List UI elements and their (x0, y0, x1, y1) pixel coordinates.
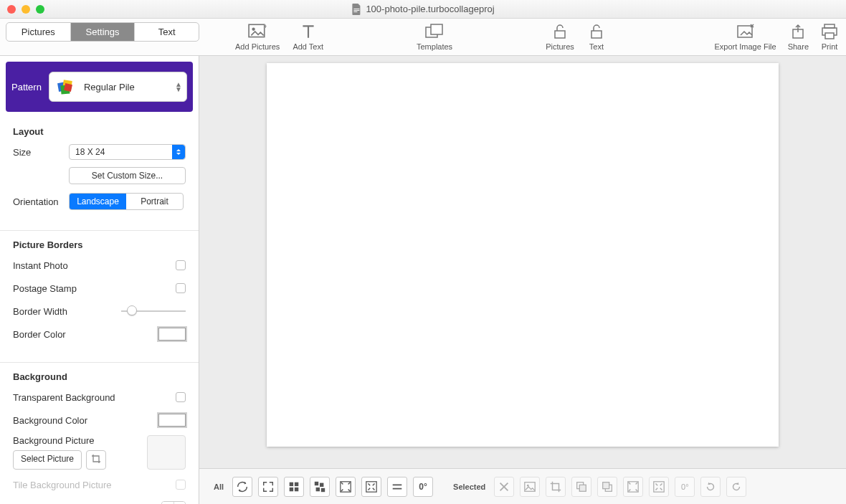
postage-stamp-label: Postage Stamp (13, 283, 176, 294)
minimize-button[interactable] (22, 5, 30, 14)
border-color-swatch[interactable] (158, 328, 186, 341)
export-button[interactable]: Export Image File (714, 24, 776, 51)
tab-pictures[interactable]: Pictures (6, 23, 70, 41)
svg-rect-26 (525, 482, 535, 491)
window-controls (7, 5, 44, 14)
custom-size-button[interactable]: Set Custom Size... (69, 167, 186, 184)
close-button[interactable] (7, 5, 16, 14)
send-back-icon (575, 480, 588, 493)
rotate-cw-button[interactable] (726, 477, 746, 497)
select-picture-button[interactable]: Select Picture (13, 450, 82, 470)
crop-bg-button[interactable] (86, 450, 106, 470)
crop-icon (91, 454, 101, 464)
orientation-portrait[interactable]: Portrait (126, 194, 183, 209)
size-label: Size (13, 147, 69, 158)
replace-image-button[interactable] (520, 477, 540, 497)
svg-rect-18 (290, 487, 293, 490)
fill-button[interactable] (361, 477, 381, 497)
fit-icon (339, 480, 352, 493)
tab-text[interactable]: Text (134, 23, 199, 41)
fit-selected-button[interactable] (623, 477, 643, 497)
bring-front-icon (601, 480, 614, 493)
grid-offset-icon (313, 480, 326, 493)
svg-point-27 (527, 484, 529, 486)
instant-photo-label: Instant Photo (13, 260, 176, 271)
crop-button[interactable] (546, 477, 566, 497)
pattern-value: Regular Pile (84, 82, 135, 92)
background-section: Background Transparent Background Backgr… (0, 363, 199, 504)
export-icon (736, 24, 755, 39)
svg-rect-16 (290, 482, 293, 485)
add-pictures-button[interactable]: + Add Pictures (235, 24, 280, 51)
lock-text-button[interactable]: Text (587, 24, 606, 51)
bg-picture-label: Background Picture (13, 435, 147, 446)
svg-rect-25 (366, 481, 376, 491)
svg-rect-23 (321, 488, 325, 491)
lock-pictures-button[interactable]: Pictures (546, 24, 574, 51)
bg-picture-well[interactable] (147, 435, 186, 470)
tab-settings[interactable]: Settings (70, 23, 135, 41)
align-button[interactable] (387, 477, 407, 497)
tile-bg-checkbox[interactable] (176, 480, 186, 490)
collage-canvas[interactable] (267, 63, 779, 447)
lock-open-icon (587, 24, 606, 39)
settings-sidebar: Pattern Regular Pile ▲▼ Layout Size 18 X… (0, 56, 199, 504)
templates-button[interactable]: Templates (417, 24, 452, 51)
layout-section: Layout Size 18 X 24 Set Custom Size... O… (0, 118, 199, 231)
x-icon (498, 480, 510, 493)
fit-button[interactable] (336, 477, 356, 497)
tiles-stepper[interactable]: +− (161, 501, 186, 504)
svg-rect-15 (64, 83, 72, 92)
instant-photo-checkbox[interactable] (176, 260, 186, 270)
rotate-zero-button[interactable]: 0° (413, 477, 433, 497)
titlebar: 100-photo-pile.turbocollageproj (0, 0, 846, 19)
background-heading: Background (13, 371, 186, 382)
templates-icon (425, 24, 444, 39)
grid-offset-button[interactable] (310, 477, 330, 497)
orientation-segmented: Landscape Portrait (69, 193, 184, 210)
bg-color-swatch[interactable] (158, 414, 186, 427)
text-icon (299, 24, 318, 39)
pattern-dropdown[interactable]: Regular Pile ▲▼ (49, 72, 187, 102)
document-icon (351, 4, 361, 15)
border-width-slider[interactable] (121, 304, 186, 318)
fill-selected-button[interactable] (649, 477, 669, 497)
window-title: 100-photo-pile.turbocollageproj (351, 4, 494, 15)
borders-heading: Picture Borders (13, 239, 186, 250)
crop-icon (549, 480, 562, 493)
orientation-landscape[interactable]: Landscape (70, 194, 126, 209)
selected-label: Selected (453, 482, 485, 491)
postage-stamp-checkbox[interactable] (176, 283, 186, 293)
expand-all-button[interactable] (258, 477, 278, 497)
grid-4-button[interactable] (284, 477, 304, 497)
window-filename: 100-photo-pile.turbocollageproj (366, 4, 494, 14)
delete-button[interactable] (494, 477, 514, 497)
rotate-zero-selected-button[interactable]: 0° (675, 477, 695, 497)
print-icon (820, 24, 839, 39)
bring-front-button[interactable] (597, 477, 617, 497)
send-back-button[interactable] (571, 477, 591, 497)
svg-rect-20 (315, 481, 318, 485)
pattern-icon (57, 78, 74, 95)
size-select[interactable]: 18 X 24 (69, 144, 186, 160)
share-button[interactable]: Share (788, 24, 809, 51)
canvas-area: All 0° Selected 0° (199, 56, 846, 504)
all-label: All (214, 482, 224, 491)
border-width-label: Border Width (13, 306, 121, 317)
transparent-bg-checkbox[interactable] (176, 392, 186, 402)
pattern-label: Pattern (11, 82, 42, 92)
svg-rect-6 (591, 31, 602, 38)
svg-rect-4 (431, 24, 442, 34)
fill-icon (652, 480, 665, 493)
align-icon (391, 480, 404, 493)
print-button[interactable]: Print (820, 24, 839, 51)
shuffle-button[interactable] (232, 477, 252, 497)
maximize-button[interactable] (36, 5, 44, 14)
add-text-button[interactable]: Add Text (293, 24, 323, 51)
svg-rect-29 (580, 485, 586, 491)
border-color-label: Border Color (13, 329, 158, 340)
image-icon (523, 480, 536, 493)
rotate-ccw-button[interactable] (700, 477, 721, 497)
fit-icon (627, 480, 640, 493)
bg-color-label: Background Color (13, 415, 158, 426)
